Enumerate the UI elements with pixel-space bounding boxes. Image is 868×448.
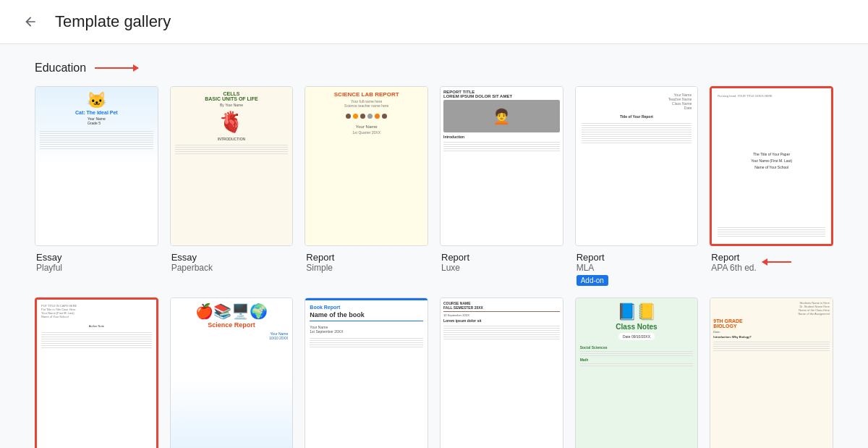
- template-sub: Simple: [306, 263, 427, 273]
- apa6-content: The Title of Your PaperYour Name (First …: [751, 151, 792, 171]
- cat-icon: 🐱: [87, 91, 106, 110]
- main-content: Education 🐱 Cat: The Ideal Pet Your Name…: [0, 44, 868, 448]
- apa7-header: PUT TITLE IN CAPS HEREPut Title in Title…: [41, 304, 152, 318]
- template-thumb-class-notes-luxe: COURSE NAMEFALL SEMESTER 20XX 10 Septemb…: [440, 297, 563, 448]
- cn-luxe-date: 10 September 20XX: [443, 313, 560, 317]
- apa6-label-row: Report APA 6th ed.: [711, 252, 832, 273]
- template-item-class-notes-luxe[interactable]: COURSE NAMEFALL SEMESTER 20XX 10 Septemb…: [440, 297, 563, 448]
- template-name: Essay: [36, 252, 157, 263]
- template-grid: 🐱 Cat: The Ideal Pet Your NameGrade 5 Es…: [35, 86, 833, 448]
- apa6-center: The Title of Your PaperYour Name (First …: [718, 99, 825, 223]
- template-thumb-report-mla: Your NameTeacher NameClass NameDate Titl…: [575, 86, 699, 246]
- science-lab-title: SCIENCE LAB REPORT: [334, 91, 399, 98]
- cnpb-section: Date:: [713, 330, 830, 334]
- template-item-book-report[interactable]: Book Report Name of the book Your Name1s…: [305, 297, 428, 448]
- template-label-report-mla: Report MLA Add-on: [575, 252, 699, 286]
- essay-playful-lines: [40, 130, 153, 151]
- science-dots: [346, 114, 387, 119]
- cn-playful-icons: 📘📒: [617, 303, 656, 321]
- cn-playful-lines: Social Sciences Math: [580, 345, 694, 368]
- template-sub: Paperback: [171, 263, 292, 273]
- apa6-arrow-icon: [762, 261, 791, 263]
- apa6-running-head: Running head: YOUR TITLE GOES HERE: [718, 94, 825, 98]
- cells-title: CELLSBASIC UNITS OF LIFE: [205, 91, 258, 101]
- cn-playful-title: Class Notes: [616, 323, 657, 331]
- cells-intro: INTRODUCTION: [218, 137, 245, 141]
- template-thumb-report-apa7: PUT TITLE IN CAPS HEREPut Title in Title…: [35, 297, 158, 448]
- cn-playful-date: Date 09/10/20XX: [618, 333, 655, 340]
- report-luxe-title: REPORT TITLELOREM IPSUM DOLOR SIT AMET: [443, 90, 560, 98]
- template-thumb-book-report: Book Report Name of the book Your Name1s…: [305, 297, 428, 448]
- template-thumb-report-luxe: REPORT TITLELOREM IPSUM DOLOR SIT AMET 🧑…: [440, 86, 563, 246]
- cn-luxe-course: COURSE NAMEFALL SEMESTER 20XX: [443, 301, 560, 310]
- mla-lines: [582, 122, 692, 145]
- apa6-label-text: Report APA 6th ed.: [711, 252, 757, 273]
- section-arrow-icon: [95, 67, 138, 69]
- science-date: 1st Quarter 20XX: [352, 130, 380, 135]
- template-item-class-notes-pb[interactable]: Students Name in HereDr. Student Name He…: [710, 297, 833, 448]
- science-emoji-icons: 🍎📚🖥️🌍: [195, 303, 268, 320]
- template-item-report-playful[interactable]: 🍎📚🖥️🌍 Science Report Your Name10/10 20XX…: [170, 297, 294, 448]
- template-thumb-report-simple: SCIENCE LAB REPORT Your full name hereSc…: [305, 86, 428, 246]
- template-name: Report: [576, 252, 697, 263]
- science-report-name: Your Name10/10 20XX: [175, 331, 289, 340]
- template-item-report-apa7[interactable]: PUT TITLE IN CAPS HEREPut Title in Title…: [35, 297, 158, 448]
- science-report-title: Science Report: [208, 321, 255, 329]
- template-thumb-class-notes-playful: 📘📒 Class Notes Date 09/10/20XX Social Sc…: [575, 297, 699, 448]
- book-report-name: Name of the book: [310, 311, 423, 318]
- page-title: Template gallery: [55, 12, 171, 31]
- template-name: Report: [711, 252, 757, 263]
- template-item-report-luxe[interactable]: REPORT TITLELOREM IPSUM DOLOR SIT AMET 🧑…: [440, 86, 563, 286]
- template-item-report-apa6[interactable]: Running head: YOUR TITLE GOES HERE The T…: [710, 86, 833, 286]
- template-item-report-simple[interactable]: SCIENCE LAB REPORT Your full name hereSc…: [305, 86, 428, 286]
- science-lab-subtitle: Your full name hereScience teacher name …: [344, 99, 388, 108]
- book-report-label: Book Report: [310, 305, 423, 310]
- template-name: Essay: [171, 252, 292, 263]
- cells-byline: By Your Name: [220, 103, 243, 107]
- cn-luxe-subtitle: Lorem ipsum dolor sit: [443, 318, 560, 323]
- cells-lines: [175, 143, 289, 156]
- template-name: Report: [306, 252, 427, 263]
- report-luxe-image: 🧑‍🦱: [443, 100, 560, 132]
- template-item-class-notes-playful[interactable]: 📘📒 Class Notes Date 09/10/20XX Social Sc…: [575, 297, 699, 448]
- template-name: Report: [441, 252, 562, 263]
- addon-badge: Add-on: [576, 275, 608, 286]
- template-sub: Luxe: [441, 263, 562, 273]
- cnpb-title: 9TH GRADEBIOLOGY: [713, 318, 830, 329]
- template-item-report-mla[interactable]: Your NameTeacher NameClass NameDate Titl…: [575, 86, 699, 286]
- mla-header-text: Your NameTeacher NameClass NameDate: [582, 93, 692, 110]
- cnpb-header: Students Name in HereDr. Student Name He…: [713, 301, 830, 316]
- template-item-essay-playful[interactable]: 🐱 Cat: The Ideal Pet Your NameGrade 5 Es…: [35, 86, 158, 286]
- cn-playful-section2: Math: [580, 358, 694, 362]
- science-your-name: Your Name: [356, 124, 378, 129]
- section-header-education: Education: [35, 62, 833, 75]
- essay-playful-title: Cat: The Ideal Pet: [75, 110, 118, 115]
- book-report-divider: [310, 321, 423, 321]
- report-luxe-lines: [443, 140, 560, 153]
- template-sub: APA 6th ed.: [711, 263, 757, 273]
- back-button[interactable]: [17, 9, 43, 35]
- template-thumb-class-notes-pb: Students Name in HereDr. Student Name He…: [710, 297, 833, 448]
- template-label-report-simple: Report Simple: [305, 252, 428, 273]
- template-sub: MLA: [576, 263, 697, 273]
- template-label-essay-playful: Essay Playful: [35, 252, 158, 273]
- cnpb-lines: [713, 340, 830, 352]
- template-thumb-report-playful: 🍎📚🖥️🌍 Science Report Your Name10/10 20XX: [170, 297, 294, 448]
- apa6-footer-lines: [718, 226, 825, 238]
- section-title: Education: [35, 62, 86, 75]
- cn-luxe-divider: [443, 311, 560, 312]
- mla-title: Title of Your Report: [582, 114, 692, 119]
- apa7-author: Author Note: [41, 324, 152, 328]
- cnpb-intro: Introduction: Why Biology?: [713, 335, 830, 339]
- essay-playful-subtitle: Your NameGrade 5: [88, 117, 106, 125]
- template-label-essay-paperback: Essay Paperback: [170, 252, 294, 273]
- book-report-lines: [310, 337, 423, 349]
- template-item-essay-paperback[interactable]: CELLSBASIC UNITS OF LIFE By Your Name 🫀 …: [170, 86, 294, 286]
- template-label-report-apa6: Report APA 6th ed.: [710, 252, 833, 273]
- cn-luxe-lines: [443, 324, 560, 341]
- template-thumb-report-apa6: Running head: YOUR TITLE GOES HERE The T…: [710, 86, 833, 246]
- template-thumb-essay-paperback: CELLSBASIC UNITS OF LIFE By Your Name 🫀 …: [170, 86, 294, 246]
- app-header: Template gallery: [0, 0, 868, 44]
- cells-heart-icon: 🫀: [218, 110, 244, 134]
- cn-playful-section: Social Sciences: [580, 345, 694, 350]
